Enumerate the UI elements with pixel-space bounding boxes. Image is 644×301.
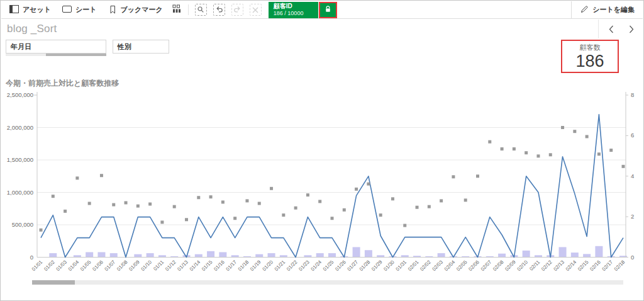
sheet-button[interactable]: シート <box>57 1 103 18</box>
app-objects-button[interactable] <box>169 1 185 18</box>
edit-sheet-label: シートを編集 <box>592 5 635 14</box>
sheet-navigation <box>598 20 643 38</box>
app-window: アセット シート ブックマーク <box>0 0 644 301</box>
pencil-icon <box>580 5 589 15</box>
svg-text:02/12: 02/12 <box>540 259 553 272</box>
filter-gender-box[interactable]: 性別 <box>113 40 169 54</box>
step-forward-button[interactable] <box>231 4 243 16</box>
assets-button-label: アセット <box>23 5 51 14</box>
svg-text:02/13: 02/13 <box>552 259 565 272</box>
svg-text:2: 2 <box>631 213 634 220</box>
selection-count: 186 / 10000 <box>274 10 313 17</box>
filter-date[interactable]: 年月日 <box>6 40 106 56</box>
svg-text:01/22: 01/22 <box>286 259 299 272</box>
svg-text:01/15: 01/15 <box>201 259 214 272</box>
sheet-icon <box>62 5 72 14</box>
kpi-label: 顧客数 <box>580 43 601 52</box>
svg-text:01/10: 01/10 <box>140 259 153 272</box>
svg-text:02/01: 02/01 <box>407 259 420 272</box>
combo-chart-svg[interactable]: 0500,0001,000,0001,500,0002,000,0002,500… <box>1 89 640 287</box>
svg-text:01/03: 01/03 <box>55 259 68 272</box>
svg-text:01/14: 01/14 <box>189 259 202 272</box>
svg-text:01/11: 01/11 <box>152 259 165 271</box>
close-icon <box>252 4 258 16</box>
clear-selections-button[interactable] <box>250 4 262 16</box>
svg-text:01/18: 01/18 <box>237 259 250 272</box>
svg-text:01/05: 01/05 <box>79 259 92 272</box>
svg-text:01/25: 01/25 <box>322 259 335 272</box>
svg-text:02/04: 02/04 <box>443 259 457 272</box>
filter-gender[interactable]: 性別 <box>113 40 169 54</box>
svg-text:01/17: 01/17 <box>225 259 238 272</box>
svg-text:01/16: 01/16 <box>213 259 226 272</box>
chart-horizontal-scrollbar[interactable] <box>32 280 623 285</box>
svg-text:01/19: 01/19 <box>249 259 262 272</box>
svg-text:01/01: 01/01 <box>31 259 44 272</box>
sheet-title-bar: blog _Sort <box>1 20 643 38</box>
svg-text:02/08: 02/08 <box>492 259 505 272</box>
svg-text:01/07: 01/07 <box>104 259 117 272</box>
svg-text:2,500,000: 2,500,000 <box>7 91 33 98</box>
sheet-button-label: シート <box>75 5 97 14</box>
svg-text:1,000,000: 1,000,000 <box>7 189 33 196</box>
next-sheet-button[interactable] <box>629 25 634 33</box>
svg-text:01/26: 01/26 <box>334 259 347 272</box>
undo-arrow-icon <box>215 4 223 16</box>
svg-text:01/09: 01/09 <box>128 259 141 272</box>
svg-text:4: 4 <box>631 173 634 179</box>
svg-text:8: 8 <box>631 91 634 98</box>
svg-text:02/09: 02/09 <box>504 259 517 272</box>
chart-scroll-thumb[interactable] <box>32 280 75 285</box>
svg-text:02/05: 02/05 <box>455 259 469 272</box>
search-icon <box>197 4 204 16</box>
svg-text:02/11: 02/11 <box>528 259 541 271</box>
grid-icon <box>172 4 181 16</box>
svg-text:02/02: 02/02 <box>419 259 432 272</box>
svg-text:02/16: 02/16 <box>589 259 602 272</box>
svg-text:01/23: 01/23 <box>297 259 311 272</box>
bookmark-button-label: ブックマーク <box>121 5 163 14</box>
svg-text:01/31: 01/31 <box>395 259 408 272</box>
edit-sheet-button[interactable]: シートを編集 <box>571 1 643 18</box>
svg-text:01/02: 01/02 <box>43 259 56 272</box>
svg-text:01/20: 01/20 <box>261 259 274 272</box>
svg-text:02/03: 02/03 <box>431 259 445 272</box>
svg-text:02/17: 02/17 <box>601 259 614 272</box>
filter-date-scrollbar[interactable] <box>6 54 106 56</box>
svg-text:2,000,000: 2,000,000 <box>7 124 33 131</box>
filter-date-box[interactable]: 年月日 <box>6 40 106 54</box>
svg-text:01/27: 01/27 <box>346 259 359 272</box>
bookmark-button[interactable]: ブックマーク <box>103 1 169 18</box>
page-title: blog _Sort <box>7 23 57 35</box>
svg-text:01/12: 01/12 <box>164 259 177 272</box>
svg-text:01/13: 01/13 <box>176 259 189 272</box>
svg-text:01/30: 01/30 <box>382 259 396 272</box>
svg-text:01/24: 01/24 <box>310 259 323 272</box>
selection-chip[interactable]: 顧客ID 186 / 10000 <box>269 2 337 18</box>
assets-button[interactable]: アセット <box>4 1 57 18</box>
svg-text:02/07: 02/07 <box>480 259 493 272</box>
chart-title: 今期・前期売上対比と顧客数推移 <box>6 78 119 89</box>
kpi-customer-count: 顧客数 186 <box>561 40 619 73</box>
svg-text:0: 0 <box>30 254 33 261</box>
svg-text:500,000: 500,000 <box>12 221 33 228</box>
selection-chip-text[interactable]: 顧客ID 186 / 10000 <box>269 2 318 18</box>
svg-text:02/18: 02/18 <box>613 259 626 272</box>
svg-text:01/29: 01/29 <box>370 259 384 272</box>
svg-text:02/15: 02/15 <box>577 259 590 272</box>
smart-search-button[interactable] <box>195 4 207 16</box>
toolbar: アセット シート ブックマーク <box>1 1 643 19</box>
filter-date-label: 年月日 <box>11 42 31 52</box>
selection-lock-button[interactable] <box>319 2 337 18</box>
filter-date-scroll-thumb[interactable] <box>46 54 106 56</box>
svg-text:01/28: 01/28 <box>358 259 372 272</box>
previous-sheet-button[interactable] <box>609 25 614 33</box>
lock-icon <box>324 4 332 16</box>
svg-text:0: 0 <box>631 254 634 261</box>
bookmark-icon <box>108 5 117 15</box>
svg-text:02/14: 02/14 <box>565 259 578 272</box>
step-back-button[interactable] <box>213 4 225 16</box>
svg-text:6: 6 <box>631 132 634 139</box>
svg-text:01/21: 01/21 <box>274 259 287 272</box>
svg-text:01/08: 01/08 <box>116 259 129 272</box>
